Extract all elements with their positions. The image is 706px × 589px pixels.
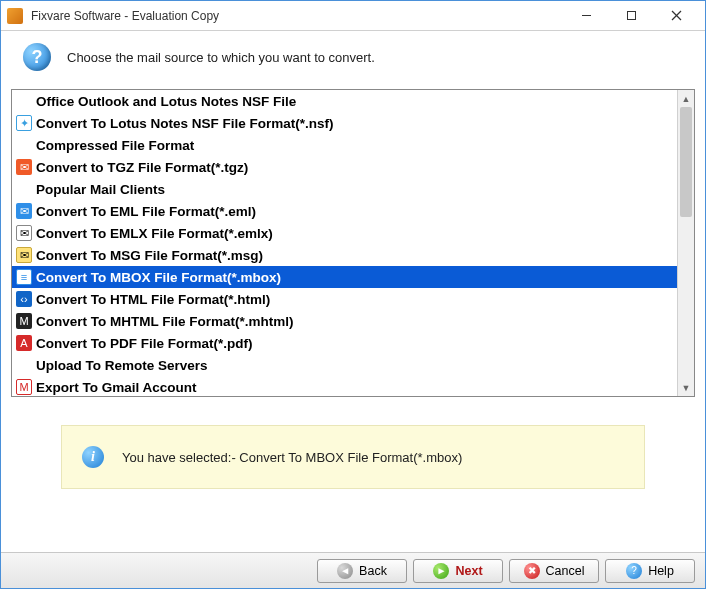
cancel-button[interactable]: ✖ Cancel [509, 559, 599, 583]
list-row-label: Convert To MSG File Format(*.msg) [36, 248, 263, 263]
scroll-down-button[interactable]: ▼ [678, 379, 694, 396]
mbox-icon: ≡ [16, 269, 32, 285]
scroll-up-button[interactable]: ▲ [678, 90, 694, 107]
format-list-container: Office Outlook and Lotus Notes NSF File✦… [11, 89, 695, 397]
list-row-label: Compressed File Format [36, 138, 194, 153]
scroll-thumb[interactable] [680, 107, 692, 217]
nsf-icon: ✦ [16, 115, 32, 131]
svg-rect-1 [628, 12, 636, 20]
pdf-icon: A [16, 335, 32, 351]
list-item[interactable]: ≡Convert To MBOX File Format(*.mbox) [12, 266, 677, 288]
gmail-icon: M [16, 379, 32, 395]
list-item[interactable]: ✉Convert To EMLX File Format(*.emlx) [12, 222, 677, 244]
mhtml-icon: M [16, 313, 32, 329]
list-item[interactable]: ✉Convert To MSG File Format(*.msg) [12, 244, 677, 266]
list-category: Popular Mail Clients [12, 178, 677, 200]
list-item[interactable]: AConvert To PDF File Format(*.pdf) [12, 332, 677, 354]
list-row-label: Convert to TGZ File Format(*.tgz) [36, 160, 248, 175]
next-button-label: Next [455, 564, 482, 578]
list-row-label: Upload To Remote Servers [36, 358, 208, 373]
maximize-button[interactable] [609, 2, 654, 30]
minimize-button[interactable] [564, 2, 609, 30]
list-item[interactable]: ‹›Convert To HTML File Format(*.html) [12, 288, 677, 310]
blank-icon [16, 137, 32, 153]
selection-info-text: You have selected:- Convert To MBOX File… [122, 450, 462, 465]
app-icon [7, 8, 23, 24]
list-row-label: Convert To MHTML File Format(*.mhtml) [36, 314, 294, 329]
list-item[interactable]: ✦Convert To Lotus Notes NSF File Format(… [12, 112, 677, 134]
list-item[interactable]: ✉Convert to TGZ File Format(*.tgz) [12, 156, 677, 178]
window-title: Fixvare Software - Evaluation Copy [31, 9, 564, 23]
format-list[interactable]: Office Outlook and Lotus Notes NSF File✦… [12, 90, 677, 396]
info-icon: i [82, 446, 104, 468]
list-item[interactable]: ✉Convert To EML File Format(*.eml) [12, 200, 677, 222]
blank-icon [16, 181, 32, 197]
close-button[interactable] [654, 2, 699, 30]
footer-bar: ◄ Back ► Next ✖ Cancel ? Help [1, 552, 705, 588]
list-category: Compressed File Format [12, 134, 677, 156]
list-row-label: Convert To PDF File Format(*.pdf) [36, 336, 253, 351]
help-button[interactable]: ? Help [605, 559, 695, 583]
html-icon: ‹› [16, 291, 32, 307]
titlebar: Fixvare Software - Evaluation Copy [1, 1, 705, 31]
blank-icon [16, 93, 32, 109]
next-button[interactable]: ► Next [413, 559, 503, 583]
list-row-label: Office Outlook and Lotus Notes NSF File [36, 94, 296, 109]
list-category: Office Outlook and Lotus Notes NSF File [12, 90, 677, 112]
list-row-label: Convert To EMLX File Format(*.emlx) [36, 226, 273, 241]
instruction-text: Choose the mail source to which you want… [67, 50, 375, 65]
list-item[interactable]: MExport To Gmail Account [12, 376, 677, 396]
list-row-label: Export To Gmail Account [36, 380, 197, 395]
list-row-label: Convert To MBOX File Format(*.mbox) [36, 270, 281, 285]
cancel-button-label: Cancel [546, 564, 585, 578]
msg-icon: ✉ [16, 247, 32, 263]
back-button-label: Back [359, 564, 387, 578]
list-row-label: Convert To HTML File Format(*.html) [36, 292, 270, 307]
back-button[interactable]: ◄ Back [317, 559, 407, 583]
blank-icon [16, 357, 32, 373]
help-icon: ? [626, 563, 642, 579]
tgz-icon: ✉ [16, 159, 32, 175]
list-row-label: Popular Mail Clients [36, 182, 165, 197]
question-icon: ? [23, 43, 51, 71]
help-button-label: Help [648, 564, 674, 578]
list-row-label: Convert To Lotus Notes NSF File Format(*… [36, 116, 334, 131]
list-item[interactable]: MConvert To MHTML File Format(*.mhtml) [12, 310, 677, 332]
instruction-header: ? Choose the mail source to which you wa… [1, 31, 705, 89]
emlx-icon: ✉ [16, 225, 32, 241]
selection-info-box: i You have selected:- Convert To MBOX Fi… [61, 425, 645, 489]
back-arrow-icon: ◄ [337, 563, 353, 579]
scrollbar[interactable]: ▲ ▼ [677, 90, 694, 396]
cancel-icon: ✖ [524, 563, 540, 579]
next-arrow-icon: ► [433, 563, 449, 579]
list-category: Upload To Remote Servers [12, 354, 677, 376]
list-row-label: Convert To EML File Format(*.eml) [36, 204, 256, 219]
eml-icon: ✉ [16, 203, 32, 219]
